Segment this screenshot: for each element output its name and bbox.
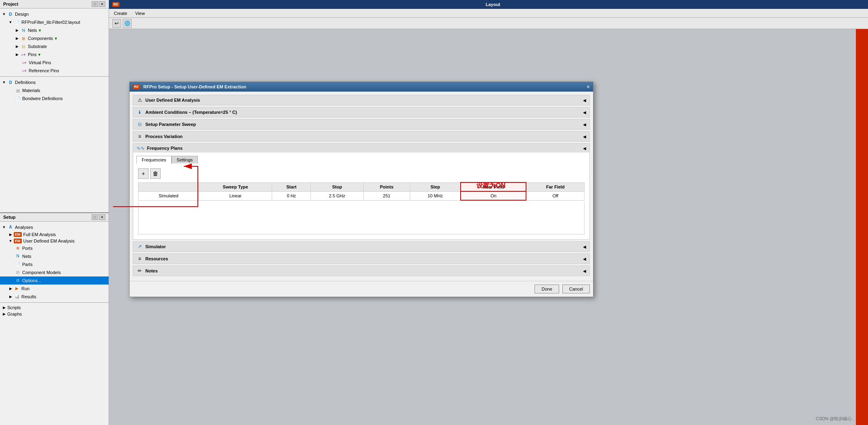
tree-run[interactable]: ▶ ▶ Run [0, 285, 109, 293]
scripts-label: Scripts [7, 305, 21, 310]
section-simulator[interactable]: ↗ Simulator ◀ [133, 241, 590, 252]
analyses-icon: A [7, 224, 14, 230]
tree-analyses[interactable]: ▼ A Analyses [0, 223, 109, 231]
table-row: Simulated Linear 0 Hz 2.5 GHz 251 10 MHz… [138, 191, 585, 200]
bondwire-def-icon: 📄 [15, 95, 21, 102]
tree-nets-setup[interactable]: N Nets [0, 252, 109, 260]
dialog-close-button[interactable]: × [587, 84, 590, 90]
section-notes-icon: ✏ [136, 268, 143, 274]
nets-filter-icon: ▼ [38, 28, 42, 33]
dialog-titlebar: RF RFPro Setup - Setup User-Defined EM E… [130, 82, 593, 92]
project-panel: Project □ × ▼ D Design ▼ 📄 [0, 0, 109, 212]
tree-ports[interactable]: ⊕ Ports [0, 244, 109, 252]
freq-plans-label: Frequency Plans [147, 146, 182, 151]
left-combined: Project □ × ▼ D Design ▼ 📄 [0, 0, 109, 425]
cell-far-field[interactable]: Off [526, 191, 584, 200]
toolbar-back[interactable]: ↩ [112, 19, 121, 28]
parts-label: Parts [22, 262, 33, 267]
tree-nets[interactable]: ▶ N Nets ▼ [0, 26, 109, 34]
tree-reference-pins[interactable]: ○+ Reference Pins [0, 67, 109, 75]
components-filter-icon: ▼ [54, 36, 58, 41]
add-freq-button[interactable]: + [138, 168, 149, 179]
tree-options[interactable]: ⊙ Options... [0, 276, 109, 285]
section-resources[interactable]: ≡ Resources ◀ [133, 253, 590, 264]
nets-setup-icon: N [15, 253, 21, 260]
section-resources-arrow: ◀ [583, 257, 586, 261]
rfpro-dialog: RF RFPro Setup - Setup User-Defined EM E… [129, 82, 593, 297]
tree-pins[interactable]: ▶ ○+ Pins ▼ [0, 50, 109, 59]
setup-panel-area: Setup □ × ▼ A Analyses ▶ EM Ful [0, 212, 109, 425]
col-header-sweep-type: Sweep Type [199, 182, 272, 191]
cell-near-field[interactable]: On [461, 191, 526, 200]
content-area: Project □ × ▼ D Design ▼ 📄 [0, 0, 868, 425]
tree-full-em[interactable]: ▶ EM Full EM Analysis [0, 231, 109, 238]
freq-plans-header[interactable]: ∿∿ Frequency Plans ◀ [133, 144, 589, 153]
setup-panel-close[interactable]: × [99, 214, 105, 220]
section-param-sweep-label: Setup Parameter Sweep [145, 122, 196, 127]
tree-design[interactable]: ▼ D Design [0, 10, 109, 18]
section-process-var[interactable]: ≡ Process Variation ◀ [133, 131, 590, 142]
done-button[interactable]: Done [535, 285, 559, 293]
section-param-sweep[interactable]: ⊙ Setup Parameter Sweep ◀ [133, 119, 590, 130]
watermark: CSDN @恰步眦心 [816, 416, 852, 422]
toolbar-globe[interactable]: 🌐 [123, 19, 132, 28]
user-defined-em-rf-badge: EM [14, 239, 22, 243]
tree-graphs[interactable]: ▶ Graphs [0, 311, 109, 317]
options-icon: ⊙ [15, 277, 21, 284]
delete-freq-button[interactable]: 🗑 [150, 168, 161, 179]
section-user-defined-em[interactable]: ⚠ User Defined EM Analysis ◀ [133, 95, 590, 105]
section-resources-icon: ≡ [136, 255, 143, 262]
scripts-expander: ▶ [2, 305, 6, 310]
dialog-title: RF RFPro Setup - Setup User-Defined EM E… [133, 84, 246, 89]
project-panel-restore[interactable]: □ [92, 1, 98, 7]
components-icon: ⊞ [20, 35, 27, 42]
section-process-var-icon: ≡ [136, 133, 143, 140]
tab-frequencies[interactable]: Frequencies [136, 156, 172, 164]
ports-label: Ports [22, 246, 33, 251]
section-simulator-icon: ↗ [136, 243, 143, 250]
cell-sweep-type: Linear [199, 191, 272, 200]
section-notes[interactable]: ✏ Notes ◀ [133, 266, 590, 276]
tree-materials[interactable]: ▤ Materials [0, 86, 109, 94]
section-user-defined-em-label: User Defined EM Analysis [145, 98, 200, 103]
analyses-expander: ▼ [2, 225, 6, 230]
nets-expander: ▶ [15, 28, 19, 33]
tree-virtual-pins[interactable]: ○+ Virtual Pins [0, 59, 109, 67]
rfprofilter-label: RFProFilter_lib:Filter02:layout [21, 20, 80, 25]
tree-definitions[interactable]: ▼ D Definitions [0, 78, 109, 86]
section-notes-arrow: ◀ [583, 269, 586, 273]
tree-scripts[interactable]: ▶ Scripts [0, 304, 109, 311]
menu-create[interactable]: Create [112, 10, 129, 17]
substrate-icon: ⊟ [20, 43, 27, 50]
tree-user-defined-em[interactable]: ▼ EM User Defined EM Analysis [0, 238, 109, 244]
layout-header: RF Layout [109, 0, 868, 9]
tree-components[interactable]: ▶ ⊞ Components ▼ [0, 34, 109, 42]
cancel-button[interactable]: Cancel [562, 285, 590, 293]
tree-rfprofilter[interactable]: ▼ 📄 RFProFilter_lib:Filter02:layout [0, 18, 109, 26]
tree-results[interactable]: ▶ 📊 Results [0, 293, 109, 301]
menu-view[interactable]: View [134, 10, 147, 17]
section-user-defined-em-icon: ⚠ [136, 97, 143, 103]
full-em-expander: ▶ [8, 232, 13, 237]
cell-step: 10 MHz [410, 191, 461, 200]
project-title: Project [3, 2, 18, 6]
tree-parts[interactable]: 📄 Parts [0, 260, 109, 268]
materials-label: Materials [22, 88, 40, 93]
results-expander: ▶ [8, 294, 13, 299]
tree-bondwire-def[interactable]: 📄 Bondwire Definitions [0, 94, 109, 103]
design-icon: D [7, 11, 14, 17]
layout-toolbar: ↩ 🌐 [109, 18, 868, 29]
pins-label: Pins [28, 52, 36, 57]
tree-substrate[interactable]: ▶ ⊟ Substrate [0, 42, 109, 50]
project-panel-buttons: □ × [92, 1, 105, 7]
substrate-expander: ▶ [15, 44, 19, 49]
run-expander: ▶ [8, 286, 13, 291]
virtual-pins-label: Virtual Pins [29, 60, 51, 65]
tab-settings[interactable]: Settings [172, 156, 198, 163]
parts-icon: 📄 [15, 261, 21, 268]
tree-component-models[interactable]: ⊟ Component Models [0, 268, 109, 276]
project-panel-header: Project □ × [0, 0, 109, 8]
setup-panel-restore[interactable]: □ [92, 214, 98, 220]
section-ambient[interactable]: 🌡 Ambient Conditions – (Temperature=25 °… [133, 107, 590, 117]
project-panel-close[interactable]: × [99, 1, 105, 7]
